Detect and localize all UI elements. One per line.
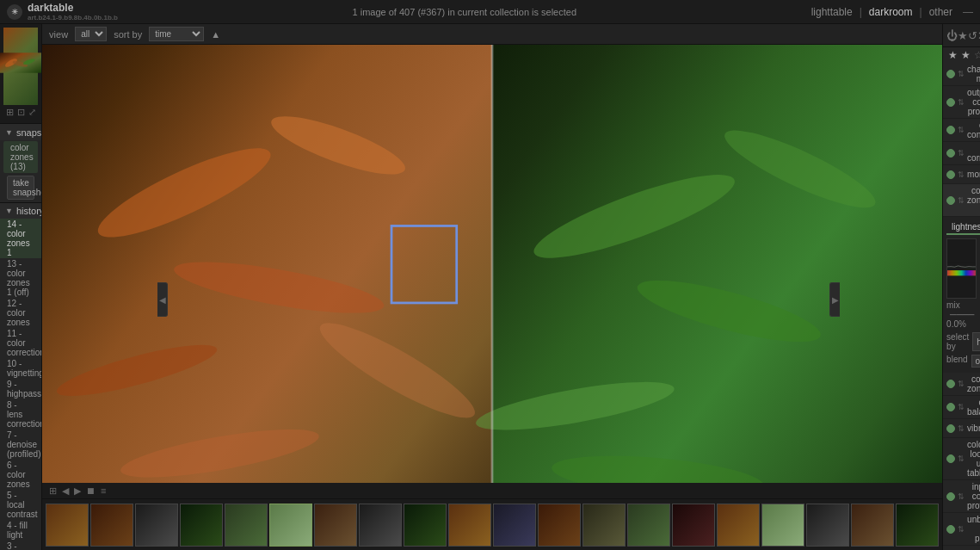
film-thumb-14[interactable] — [627, 504, 670, 547]
unbreak-input-enable[interactable] — [946, 525, 955, 534]
module-reset-icon[interactable]: ↺ — [968, 28, 977, 43]
history-item-8[interactable]: 6 - color zones — [0, 460, 41, 490]
left-panel-toggle[interactable]: ◀ — [157, 282, 168, 317]
color-contrast-enable[interactable] — [946, 126, 955, 134]
unbreak-input-arrows[interactable]: ⇅ — [958, 525, 965, 534]
module-row-color-correction: ⇅ color correction — [943, 142, 980, 165]
film-thumb-4[interactable] — [180, 504, 223, 547]
filmstrip-controls: ⊞ ◀ ▶ ⏹ ≡ — [42, 483, 942, 498]
film-thumb-17[interactable] — [761, 504, 804, 547]
colorzones-mix-slider[interactable]: ──── — [950, 310, 974, 319]
film-thumb-18[interactable] — [806, 504, 849, 547]
thumb-fit-icon[interactable]: ⊡ — [17, 107, 25, 118]
history-item-3[interactable]: 11 - color correction — [0, 328, 41, 358]
filmstrip-stop-icon[interactable]: ⏹ — [86, 485, 96, 496]
svg-rect-22 — [947, 270, 976, 275]
monochrome-arrows[interactable]: ⇅ — [958, 170, 965, 179]
history-item-11[interactable]: 3 - crop and rotate — [0, 541, 41, 550]
monochrome-enable[interactable] — [946, 170, 955, 179]
vibrance-arrows[interactable]: ⇅ — [958, 424, 965, 433]
nav-other[interactable]: other — [929, 6, 952, 18]
sort-select[interactable]: time filename rating — [149, 27, 204, 41]
color-zones-1-enable[interactable] — [946, 196, 955, 205]
film-thumb-10[interactable] — [448, 504, 491, 547]
vibrance-enable[interactable] — [946, 424, 955, 433]
history-item-1[interactable]: 13 - color zones 1 (off) — [0, 258, 41, 298]
filmstrip-menu-icon[interactable]: ≡ — [101, 485, 106, 496]
film-thumb-1[interactable] — [46, 504, 89, 547]
unbreak-input-label: unbreak input profile — [967, 515, 980, 543]
filmstrip-prev-icon[interactable]: ◀ — [62, 485, 69, 497]
film-thumb-9[interactable] — [404, 504, 447, 547]
film-thumb-20[interactable] — [896, 504, 939, 547]
color-correction-enable[interactable] — [946, 149, 955, 158]
film-thumb-19[interactable] — [851, 504, 894, 547]
take-snapshot-button[interactable]: take snapshot — [7, 176, 34, 200]
color-correction-arrows[interactable]: ⇅ — [958, 149, 965, 158]
module-row-input-color-profile: ⇅ input color profile — [943, 480, 980, 513]
color-balance-enable[interactable] — [946, 403, 955, 411]
color-zones-1-arrows[interactable]: ⇅ — [958, 196, 965, 205]
film-thumb-15[interactable] — [672, 504, 715, 547]
nav-darkroom[interactable]: darkroom — [869, 6, 913, 18]
film-thumb-6[interactable] — [269, 504, 312, 547]
color-zones-2-arrows[interactable]: ⇅ — [958, 380, 965, 388]
module-star-icon[interactable]: ★ — [958, 28, 968, 43]
colorzones-selectby-select[interactable]: huesaturationlightness — [972, 332, 980, 351]
module-power-icon[interactable]: ⏻ — [946, 28, 958, 43]
history-item-7[interactable]: 7 - denoise (profiled) — [0, 429, 41, 460]
main-layout: ⊞ ⊡ ⤢ ▼ snapshots ⚙ color zones (13) tak… — [0, 24, 980, 550]
module-row-color-zones-1: ⇅ color zones 1 — [943, 184, 980, 217]
history-header[interactable]: ▼ history — [0, 202, 41, 219]
thumb-expand-icon[interactable]: ⤢ — [28, 107, 36, 118]
input-color-profile-arrows[interactable]: ⇅ — [958, 492, 965, 501]
film-thumb-12[interactable] — [538, 504, 581, 547]
film-thumb-5[interactable] — [225, 504, 268, 547]
film-thumb-11[interactable] — [493, 504, 536, 547]
film-thumb-13[interactable] — [582, 504, 626, 547]
colorzones-blend-select[interactable]: offnormal — [971, 355, 980, 368]
nav-expand-icon[interactable]: — — [963, 6, 973, 18]
history-item-10[interactable]: 4 - fill light — [0, 520, 41, 541]
star-icon-2[interactable]: ★ — [961, 49, 971, 61]
history-item-4[interactable]: 10 - vignetting — [0, 358, 41, 379]
film-thumb-16[interactable] — [717, 504, 760, 547]
view-select[interactable]: all — [75, 27, 107, 41]
history-item-6[interactable]: 8 - lens correction — [0, 399, 41, 429]
module-icons-row: ⏻ ★ ↺ ✕ ↺ — [943, 24, 980, 47]
thumb-zoom-icon[interactable]: ⊞ — [6, 107, 14, 118]
filmstrip-grid-icon[interactable]: ⊞ — [49, 485, 57, 497]
channel-mixer-enable[interactable] — [946, 70, 955, 78]
filmstrip-play-icon[interactable]: ▶ — [74, 485, 81, 497]
film-thumb-8[interactable] — [359, 504, 402, 547]
right-panel-toggle[interactable]: ▶ — [829, 282, 840, 317]
snapshot-item[interactable]: color zones (13) — [3, 141, 38, 173]
nav-lighttable[interactable]: lighttable — [811, 6, 853, 18]
snapshots-header[interactable]: ▼ snapshots ⚙ — [0, 123, 41, 140]
colorzones-tabs: lightness saturation hue ⤢ — [946, 220, 977, 235]
film-thumb-2[interactable] — [90, 504, 133, 547]
film-thumb-3[interactable] — [135, 504, 178, 547]
color-contrast-arrows[interactable]: ⇅ — [958, 126, 965, 134]
star-icon-3[interactable]: ☆ — [974, 49, 980, 61]
colorzones-chart[interactable] — [946, 238, 977, 299]
color-lookup-arrows[interactable]: ⇅ — [958, 454, 965, 463]
sort-order-button[interactable]: ▲ — [211, 29, 220, 40]
color-lookup-enable[interactable] — [946, 454, 955, 463]
snapshots-section: ▼ snapshots ⚙ color zones (13) take snap… — [0, 123, 41, 202]
history-item-2[interactable]: 12 - color zones — [0, 298, 41, 328]
history-item-0[interactable]: 14 - color zones 1 — [0, 219, 41, 258]
output-color-profile-arrows[interactable]: ⇅ — [958, 98, 965, 107]
channel-mixer-arrows[interactable]: ⇅ — [958, 70, 965, 78]
film-thumb-7[interactable] — [314, 504, 357, 547]
history-item-9[interactable]: 5 - local contrast — [0, 490, 41, 520]
color-zones-2-enable[interactable] — [946, 380, 955, 388]
colorzones-tab-lightness[interactable]: lightness — [946, 220, 980, 235]
history-item-5[interactable]: 9 - highpass — [0, 379, 41, 399]
input-color-profile-enable[interactable] — [946, 492, 955, 501]
output-color-profile-enable[interactable] — [946, 98, 955, 107]
app-logo: ☀ darktable art.b24.1-9.b9.8b.4b.0b.1b.b — [7, 2, 118, 22]
star-icon-1[interactable]: ★ — [948, 49, 958, 61]
color-balance-arrows[interactable]: ⇅ — [958, 403, 965, 411]
filmstrip — [42, 498, 942, 550]
